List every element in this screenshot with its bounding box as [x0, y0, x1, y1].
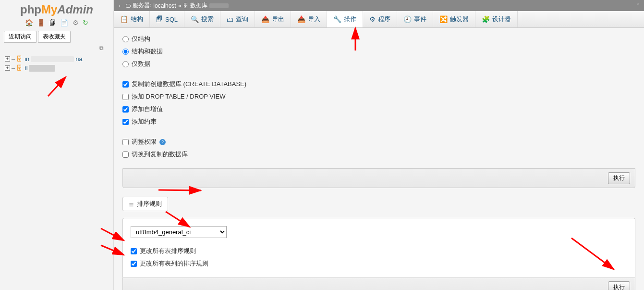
panel2-footer: 执行 — [122, 277, 635, 290]
collapse-icon[interactable]: ⌃ — [636, 2, 640, 9]
home-icon[interactable]: 🏠 — [25, 19, 33, 26]
check-change-columns[interactable]: 更改所有表列的排序规则 — [131, 257, 627, 270]
radio-structure-only-input[interactable] — [122, 36, 129, 42]
check-create-db[interactable]: 复制前创建数据库 (CREATE DATABASE) — [122, 78, 635, 90]
link-icon[interactable]: ⧉ — [0, 43, 113, 51]
toolbar-btn-5[interactable]: 📥导入 — [291, 11, 327, 27]
check-switch-db[interactable]: 切换到复制的数据库 — [122, 148, 635, 161]
server-label: 服务器: — [133, 1, 151, 10]
collation-panel: ≣ 排序规则 utf8mb4_general_ci 更改所有表排序规则 更改所有… — [122, 197, 635, 290]
radio-data-only[interactable]: 仅数据 — [122, 58, 635, 70]
toolbar-btn-9[interactable]: 🔀触发器 — [433, 11, 475, 27]
toolbar-label-1: SQL — [165, 16, 178, 23]
logo[interactable]: phpMyAdmin — [0, 0, 113, 17]
execute-button-2[interactable]: 执行 — [608, 281, 630, 290]
toolbar-btn-4[interactable]: 📤导出 — [255, 11, 291, 27]
check-switch-db-label: 切换到复制的数据库 — [132, 150, 188, 159]
server-icon: 🖵 — [125, 3, 131, 9]
check-drop-input[interactable] — [122, 94, 129, 100]
database-icon: 🗄 — [16, 55, 23, 63]
expand-icon[interactable]: + — [5, 65, 10, 71]
toolbar-icon-6: 🔧 — [333, 15, 341, 23]
content: 仅结构 结构和数据 仅数据 复制前创建数据库 (CREATE DATABASE)… — [114, 28, 644, 290]
copy-options-1: 复制前创建数据库 (CREATE DATABASE) 添加 DROP TABLE… — [122, 78, 635, 128]
check-change-columns-input[interactable] — [131, 261, 137, 267]
collation-select[interactable]: utf8mb4_general_ci — [131, 226, 227, 238]
toolbar-icon-10: 🧩 — [482, 15, 490, 23]
db-name-blur — [209, 3, 229, 8]
db-name-0-prefix: in — [24, 55, 29, 63]
radio-structure-data-label: 结构和数据 — [132, 47, 163, 56]
collation-legend-label: 排序规则 — [137, 200, 162, 208]
toolbar-label-5: 导入 — [308, 15, 320, 24]
toolbar-btn-6[interactable]: 🔧操作 — [327, 11, 363, 27]
toolbar-btn-10[interactable]: 🧩设计器 — [475, 11, 518, 27]
toolbar-label-6: 操作 — [344, 15, 356, 24]
radio-structure-only-label: 仅结构 — [132, 35, 150, 43]
main: ← 🖵 服务器: localhost » 🗄 数据库 ⌃ 📋结构🗐SQL🔍搜索🗃… — [114, 0, 644, 290]
toolbar-btn-2[interactable]: 🔍搜索 — [184, 11, 220, 27]
nav-left-icon[interactable]: ← — [118, 2, 123, 9]
refresh-icon[interactable]: ↻ — [83, 19, 88, 26]
db-name-1-prefix: tl — [24, 64, 28, 72]
radio-structure-data[interactable]: 结构和数据 — [122, 45, 635, 58]
check-switch-db-input[interactable] — [122, 151, 129, 158]
radio-structure-only[interactable]: 仅结构 — [122, 33, 635, 45]
expand-icon[interactable]: + — [5, 56, 10, 62]
db-name-1-selected-blur — [29, 65, 55, 72]
check-change-tables-input[interactable] — [131, 248, 137, 254]
server-link[interactable]: localhost — [153, 2, 176, 9]
check-change-columns-label: 更改所有表列的排序规则 — [140, 259, 208, 268]
doc-icon[interactable]: 📄 — [60, 19, 68, 26]
copy-options-2: 调整权限 ? 切换到复制的数据库 — [122, 136, 635, 161]
db-item-1[interactable]: + – 🗄 tl — [2, 63, 111, 73]
check-constraints[interactable]: 添加约束 — [122, 115, 635, 128]
breadcrumb: ← 🖵 服务器: localhost » 🗄 数据库 ⌃ — [114, 0, 644, 11]
toolbar-label-4: 导出 — [272, 15, 284, 24]
toolbar-label-10: 设计器 — [492, 15, 511, 24]
radio-structure-data-input[interactable] — [122, 49, 129, 55]
radio-data-only-label: 仅数据 — [132, 60, 150, 68]
db-item-0[interactable]: + – 🗄 in na — [2, 54, 111, 63]
panel1-footer: 执行 — [122, 168, 635, 188]
tab-favorites[interactable]: 表收藏夹 — [38, 31, 71, 43]
radio-data-only-input[interactable] — [122, 61, 129, 67]
toolbar-label-0: 结构 — [131, 15, 143, 24]
gear-icon[interactable]: ⚙ — [73, 19, 79, 26]
toolbar-label-9: 触发器 — [450, 15, 469, 24]
check-auto-inc[interactable]: 添加自增值 — [122, 103, 635, 115]
check-adjust-priv[interactable]: 调整权限 ? — [122, 136, 635, 148]
toolbar-btn-8[interactable]: 🕘事件 — [397, 11, 433, 27]
toolbar-btn-1[interactable]: 🗐SQL — [150, 11, 184, 27]
toolbar: 📋结构🗐SQL🔍搜索🗃查询📤导出📥导入🔧操作⚙程序🕘事件🔀触发器🧩设计器 — [114, 11, 644, 28]
check-drop[interactable]: 添加 DROP TABLE / DROP VIEW — [122, 90, 635, 103]
check-auto-inc-label: 添加自增值 — [132, 105, 163, 113]
dash-icon: – — [12, 55, 15, 63]
toolbar-icon-1: 🗐 — [156, 15, 163, 23]
check-constraints-input[interactable] — [122, 119, 129, 125]
check-change-tables-label: 更改所有表排序规则 — [140, 247, 196, 255]
help-icon[interactable]: ? — [159, 139, 166, 145]
bc-sep: » — [178, 2, 182, 9]
toolbar-label-7: 程序 — [378, 15, 390, 24]
check-create-db-input[interactable] — [122, 81, 129, 88]
exit-icon[interactable]: 🚪 — [37, 19, 45, 26]
toolbar-label-3: 查询 — [236, 15, 248, 24]
check-constraints-label: 添加约束 — [132, 117, 157, 126]
check-auto-inc-input[interactable] — [122, 106, 129, 113]
db-label: 数据库 — [190, 1, 207, 10]
toolbar-btn-7[interactable]: ⚙程序 — [363, 11, 397, 27]
execute-button-1[interactable]: 执行 — [608, 172, 630, 184]
check-change-tables[interactable]: 更改所有表排序规则 — [131, 245, 627, 257]
toolbar-btn-0[interactable]: 📋结构 — [114, 11, 150, 27]
logo-my: My — [41, 3, 57, 16]
check-adjust-priv-label: 调整权限 — [132, 138, 157, 146]
sql-icon[interactable]: 🗐 — [49, 19, 56, 26]
db-name-0-suffix: na — [75, 55, 82, 63]
db-list: + – 🗄 in na + – 🗄 tl — [0, 51, 113, 76]
check-adjust-priv-input[interactable] — [122, 139, 129, 145]
toolbar-icon-4: 📤 — [261, 15, 269, 23]
tab-recent[interactable]: 近期访问 — [4, 31, 36, 43]
toolbar-btn-3[interactable]: 🗃查询 — [220, 11, 255, 27]
database-icon: 🗄 — [183, 3, 188, 9]
